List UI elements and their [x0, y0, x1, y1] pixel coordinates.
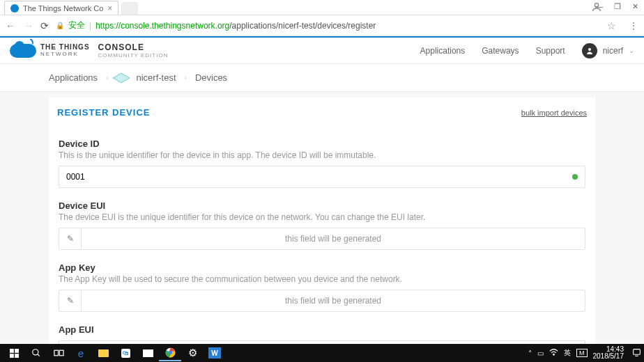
device-id-label: Device ID — [59, 139, 585, 149]
maximize-icon[interactable]: ❐ — [614, 2, 621, 11]
svg-point-1 — [588, 48, 591, 51]
username: nicerf — [603, 46, 623, 56]
breadcrumb: Applications › nicerf-test › Devices — [0, 64, 644, 92]
brand-logo[interactable]: THE THINGS NETWORK — [10, 44, 90, 58]
edit-icon[interactable]: ✎ — [59, 228, 82, 249]
browser-toolbar: ← → ⟳ 🔒 安全 | https://console.thethingsne… — [0, 15, 644, 36]
tray-chevron-icon[interactable]: ˄ — [528, 349, 532, 357]
close-window-icon[interactable]: ✕ — [632, 2, 638, 11]
app-eui-label: App EUI — [59, 324, 585, 335]
svg-point-12 — [553, 354, 555, 355]
nav-arrows: ← → — [6, 20, 33, 31]
brand-top: THE THINGS — [40, 44, 90, 51]
minimize-icon[interactable]: — — [595, 2, 603, 11]
cloud-icon — [10, 44, 36, 58]
wifi-icon[interactable] — [549, 349, 558, 357]
browser-tab-bar: The Things Network Co × — ❐ ✕ — [0, 0, 644, 15]
system-tray: ˄ ▭ 英 M 14:43 2018/5/17 — [528, 346, 641, 360]
secure-label: 安全 — [68, 19, 85, 31]
tab-favicon — [10, 4, 19, 13]
chevron-down-icon: ⌄ — [629, 47, 634, 54]
taskbar-word[interactable]: W — [204, 345, 226, 361]
device-id-input-wrap — [59, 166, 585, 188]
reload-icon[interactable]: ⟳ — [40, 20, 49, 31]
url-text: https://console.thethingsnetwork.org/app… — [95, 21, 376, 31]
taskview-icon[interactable] — [47, 345, 70, 361]
svg-line-7 — [38, 354, 40, 356]
address-bar[interactable]: 🔒 安全 | https://console.thethingsnetwork.… — [56, 19, 600, 31]
battery-icon[interactable]: ▭ — [537, 349, 544, 357]
console-brand: CONSOLE COMMUNITY EDITION — [98, 42, 169, 58]
browser-tab[interactable]: The Things Network Co × — [4, 1, 118, 15]
svg-rect-8 — [54, 350, 58, 356]
valid-icon — [572, 174, 578, 180]
lock-icon: 🔒 — [56, 22, 64, 29]
ime-label[interactable]: 英 — [564, 348, 571, 358]
taskbar-clock[interactable]: 14:43 2018/5/17 — [593, 346, 627, 360]
device-id-input[interactable] — [66, 172, 578, 182]
nav-support[interactable]: Support — [536, 46, 565, 56]
site-header: THE THINGS NETWORK CONSOLE COMMUNITY EDI… — [0, 38, 644, 64]
device-eui-placeholder[interactable]: this field will be generated — [82, 228, 585, 249]
avatar — [582, 43, 597, 58]
brand-bottom: NETWORK — [40, 51, 90, 57]
svg-rect-5 — [15, 354, 19, 358]
svg-rect-4 — [10, 354, 14, 358]
taskbar-store[interactable]: 🛍 — [114, 345, 137, 361]
app-key-placeholder[interactable]: this field will be generated — [82, 290, 585, 311]
ime-icon[interactable]: M — [576, 349, 588, 357]
new-tab-button[interactable] — [121, 2, 138, 15]
app-key-label: App Key — [59, 262, 585, 273]
search-icon[interactable] — [25, 345, 47, 361]
app-key-input-wrap: ✎ this field will be generated — [59, 290, 585, 312]
svg-rect-3 — [15, 349, 19, 353]
app-key-help: The App Key will be used to secure the c… — [59, 274, 585, 284]
notifications-icon[interactable] — [632, 348, 641, 359]
content-panel: REGISTER DEVICE bulk import devices Devi… — [49, 97, 595, 362]
breadcrumb-app-name[interactable]: nicerf-test — [136, 72, 176, 83]
windows-taskbar: e 🛍 ⚙ W ˄ ▭ 英 M 14:43 2018/5/17 — [0, 344, 644, 362]
chevron-right-icon: › — [106, 74, 108, 81]
window-controls: — ❐ ✕ — [595, 2, 638, 11]
taskbar-edge[interactable]: e — [70, 345, 92, 361]
tab-title: The Things Network Co — [23, 4, 103, 13]
console-title: CONSOLE — [98, 42, 169, 52]
breadcrumb-applications[interactable]: Applications — [49, 72, 98, 83]
user-menu[interactable]: nicerf ⌄ — [582, 43, 634, 58]
svg-rect-13 — [634, 349, 641, 354]
taskbar-settings[interactable]: ⚙ — [181, 345, 204, 361]
device-eui-input-wrap: ✎ this field will be generated — [59, 228, 585, 250]
page-title: REGISTER DEVICE — [57, 107, 150, 118]
console-edition: COMMUNITY EDITION — [98, 52, 169, 58]
field-device-eui: Device EUI The device EUI is the unique … — [59, 200, 585, 250]
device-eui-label: Device EUI — [59, 200, 585, 211]
field-device-id: Device ID This is the unique identifier … — [59, 139, 585, 188]
start-icon[interactable] — [3, 345, 25, 361]
edit-icon[interactable]: ✎ — [59, 290, 82, 311]
chevron-right-icon: › — [185, 74, 187, 81]
svg-rect-2 — [10, 349, 14, 353]
breadcrumb-devices[interactable]: Devices — [195, 72, 227, 83]
field-app-key: App Key The App Key will be used to secu… — [59, 262, 585, 312]
svg-point-6 — [33, 349, 38, 355]
nav-applications[interactable]: Applications — [420, 46, 466, 56]
taskbar-mail[interactable] — [137, 345, 159, 361]
taskbar-chrome[interactable] — [159, 345, 181, 361]
taskbar-explorer[interactable] — [92, 345, 114, 361]
device-eui-help: The device EUI is the unique identifier … — [59, 212, 585, 222]
bulk-import-link[interactable]: bulk import devices — [521, 109, 587, 117]
menu-icon[interactable]: ⋮ — [629, 20, 638, 31]
bookmark-icon[interactable]: ☆ — [607, 20, 616, 31]
back-icon[interactable]: ← — [6, 20, 15, 31]
nav-gateways[interactable]: Gateways — [482, 46, 519, 56]
clock-date: 2018/5/17 — [593, 353, 624, 360]
app-icon — [113, 72, 130, 82]
forward-icon: → — [24, 20, 33, 31]
device-id-help: This is the unique identifier for the de… — [59, 150, 585, 160]
svg-rect-9 — [59, 350, 63, 356]
header-nav: Applications Gateways Support nicerf ⌄ — [420, 43, 634, 58]
close-icon[interactable]: × — [107, 3, 112, 13]
